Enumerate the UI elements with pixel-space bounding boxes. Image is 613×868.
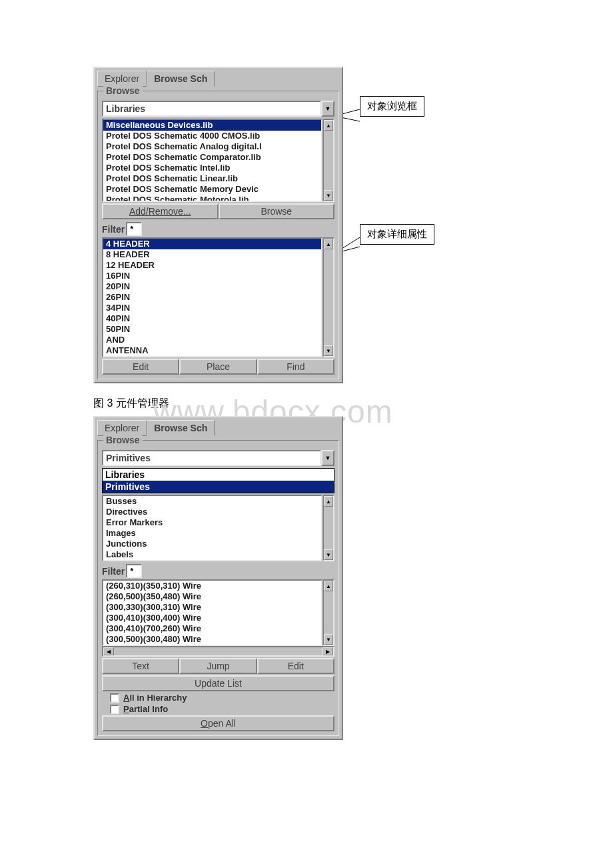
wires-list[interactable]: (260,310)(350,310) Wire (260,500)(350,48… [102, 579, 334, 646]
list-item[interactable]: Junctions [103, 539, 321, 549]
dropdown-libraries[interactable]: Libraries ▼ [102, 101, 334, 117]
tab-browse-sch[interactable]: Browse Sch [147, 420, 215, 436]
filter-input[interactable]: * [126, 564, 142, 578]
list-item[interactable]: Protel DOS Schematic Motorola.lib [103, 195, 321, 202]
checkbox-label: Partial Info [123, 704, 168, 714]
scroll-right-icon[interactable]: ▶ [322, 647, 333, 655]
h-scrollbar[interactable]: ◀ ▶ [102, 646, 334, 657]
list-item[interactable]: Busses [103, 496, 321, 507]
list-item[interactable]: (260,310)(350,310) Wire [103, 581, 321, 591]
scroll-down-icon[interactable]: ▼ [324, 634, 333, 645]
checkbox-all-hierarchy[interactable]: All in Hierarchy [110, 693, 334, 703]
place-button[interactable]: Place [179, 359, 257, 375]
dropdown-options-open[interactable]: Libraries Primitives [102, 468, 334, 493]
panel-browse-sch-2: Explorer Browse Sch Browse Primitives ▼ … [93, 416, 343, 740]
checkbox-partial-info[interactable]: Partial Info [110, 704, 334, 714]
list-item[interactable]: Protel DOS Schematic 4000 CMOS.lib [103, 131, 321, 141]
list-item[interactable]: ANTENNA [103, 345, 321, 356]
list-item[interactable]: 34PIN [103, 303, 321, 313]
list-item[interactable]: 4 HEADER [103, 239, 321, 249]
filter-label: Filter [102, 224, 126, 235]
list-item[interactable]: 20PIN [103, 281, 321, 292]
dropdown-value: Libraries [102, 101, 321, 117]
checkbox-icon[interactable] [110, 693, 119, 703]
dropdown-option[interactable]: Libraries [103, 469, 334, 481]
dropdown-value: Primitives [102, 450, 321, 466]
add-remove-button[interactable]: Add/Remove... [102, 203, 219, 219]
list-item[interactable]: (300,410)(300,400) Wire [103, 613, 321, 623]
edit-button[interactable]: Edit [257, 658, 334, 674]
list-item[interactable]: (260,500)(350,480) Wire [103, 591, 321, 602]
scroll-left-icon[interactable]: ◀ [103, 647, 114, 655]
edit-button[interactable]: Edit [102, 359, 179, 375]
panel-browse-sch-1: Explorer Browse Sch Browse Libraries ▼ M… [93, 67, 343, 383]
list-item[interactable]: Protel DOS Schematic Comparator.lib [103, 152, 321, 163]
group-title-browse: Browse [103, 435, 143, 445]
list-item[interactable]: Protel DOS Schematic Intel.lib [103, 163, 321, 173]
group-browse-2: Browse Primitives ▼ Libraries Primitives… [97, 440, 339, 736]
dropdown-primitives[interactable]: Primitives ▼ [102, 450, 334, 466]
components-list[interactable]: 4 HEADER 8 HEADER 12 HEADER 16PIN 20PIN … [102, 237, 334, 357]
find-button[interactable]: Find [257, 359, 334, 375]
chevron-down-icon[interactable]: ▼ [321, 101, 334, 117]
scroll-up-icon[interactable]: ▲ [324, 120, 333, 131]
group-browse-1: Browse Libraries ▼ Miscellaneous Devices… [97, 91, 339, 379]
list-item[interactable]: (300,330)(300,310) Wire [103, 602, 321, 613]
categories-list[interactable]: Busses Directives Error Markers Images J… [102, 495, 334, 561]
list-item[interactable]: Error Markers [103, 517, 321, 528]
open-all-button[interactable]: Open All [102, 715, 334, 731]
browse-button[interactable]: Browse [219, 203, 335, 219]
list-item[interactable]: (300,410)(700,260) Wire [103, 623, 321, 634]
list-item[interactable]: Miscellaneous Devices.lib [103, 120, 321, 131]
list-item[interactable]: Directives [103, 507, 321, 517]
group-title-browse: Browse [103, 85, 143, 96]
checkbox-icon[interactable] [110, 705, 119, 714]
list-item[interactable]: BATTERY [103, 356, 321, 357]
list-item[interactable]: 26PIN [103, 292, 321, 303]
callout-detail: 对象详细属性 [360, 224, 434, 245]
chevron-down-icon[interactable]: ▼ [321, 450, 334, 466]
scroll-down-icon[interactable]: ▼ [324, 549, 333, 560]
text-button[interactable]: Text [102, 658, 179, 674]
tab-browse-sch[interactable]: Browse Sch [147, 71, 215, 87]
list-item[interactable]: 50PIN [103, 324, 321, 335]
tabs-2: Explorer Browse Sch [97, 420, 339, 436]
update-list-button[interactable]: Update List [102, 675, 334, 691]
callout-browse: 对象浏览框 [360, 96, 424, 117]
checkbox-label: All in Hierarchy [123, 693, 187, 703]
list-item[interactable]: Protel DOS Schematic Analog digital.l [103, 141, 321, 152]
list-item[interactable]: Protel DOS Schematic Linear.lib [103, 173, 321, 184]
list-item[interactable]: 12 HEADER [103, 260, 321, 271]
list-item[interactable]: (300,500)(300,480) Wire [103, 634, 321, 645]
filter-label: Filter [102, 566, 126, 577]
scroll-down-icon[interactable]: ▼ [324, 345, 333, 356]
scrollbar[interactable]: ▲ ▼ [322, 119, 334, 202]
tab-explorer[interactable]: Explorer [97, 71, 147, 87]
tab-explorer[interactable]: Explorer [97, 420, 147, 436]
libraries-list[interactable]: Miscellaneous Devices.lib Protel DOS Sch… [102, 119, 334, 202]
tabs-1: Explorer Browse Sch [97, 71, 339, 87]
list-item[interactable]: Protel DOS Schematic Memory Devic [103, 184, 321, 195]
scrollbar[interactable]: ▲ ▼ [322, 495, 334, 561]
list-item[interactable]: AND [103, 335, 321, 345]
jump-button[interactable]: Jump [179, 658, 257, 674]
scroll-up-icon[interactable]: ▲ [324, 581, 333, 591]
filter-input[interactable]: * [126, 222, 142, 236]
scroll-up-icon[interactable]: ▲ [324, 239, 333, 249]
list-item[interactable]: Labels [103, 549, 321, 560]
list-item[interactable]: 16PIN [103, 271, 321, 281]
scrollbar[interactable]: ▲ ▼ [322, 237, 334, 357]
list-item[interactable]: 8 HEADER [103, 249, 321, 260]
list-item[interactable]: 40PIN [103, 313, 321, 324]
scroll-down-icon[interactable]: ▼ [324, 190, 333, 201]
dropdown-option[interactable]: Primitives [103, 481, 334, 493]
list-item[interactable]: Images [103, 528, 321, 539]
scrollbar[interactable]: ▲ ▼ [322, 579, 334, 646]
scroll-up-icon[interactable]: ▲ [324, 496, 333, 507]
